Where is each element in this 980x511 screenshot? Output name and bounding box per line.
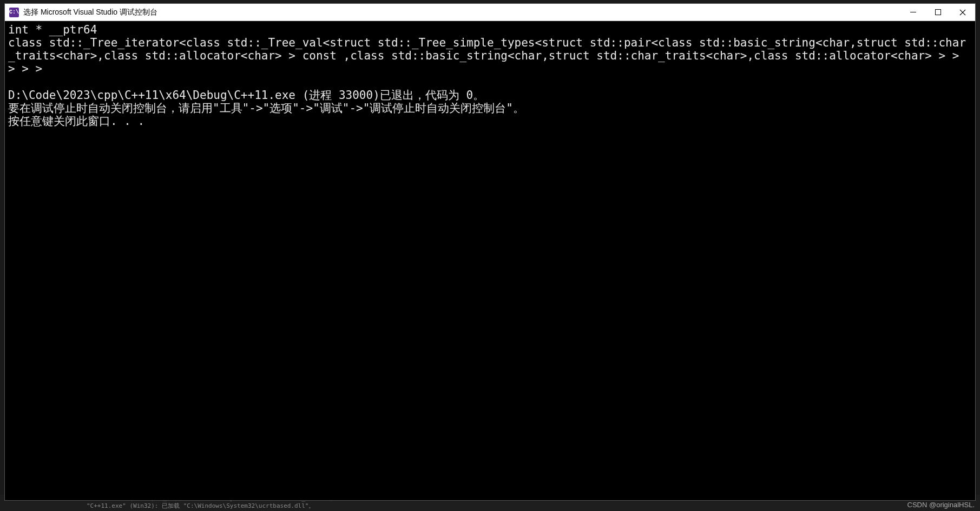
- titlebar[interactable]: C:\ 选择 Microsoft Visual Studio 调试控制台: [5, 4, 975, 21]
- close-icon: [959, 9, 966, 16]
- window-title: 选择 Microsoft Visual Studio 调试控制台: [23, 8, 157, 17]
- maximize-icon: [935, 9, 941, 15]
- close-button[interactable]: [950, 4, 975, 21]
- app-icon-text: C:\: [9, 9, 19, 15]
- console-output: int * __ptr64 class std::_Tree_iterator<…: [8, 23, 972, 128]
- minimize-icon: [910, 12, 916, 12]
- console-line-4: 要在调试停止时自动关闭控制台，请启用"工具"->"选项"->"调试"->"调试停…: [8, 102, 524, 115]
- app-icon: C:\: [9, 8, 19, 17]
- ide-output-line-2: "C++11.exe" (Win32): 已加载 "C:\Windows\Sys…: [87, 502, 980, 510]
- console-line-0: int * __ptr64: [8, 23, 97, 36]
- titlebar-left: C:\ 选择 Microsoft Visual Studio 调试控制台: [9, 8, 157, 17]
- console-line-1: class std::_Tree_iterator<class std::_Tr…: [8, 36, 966, 75]
- minimize-button[interactable]: [900, 4, 925, 21]
- maximize-button[interactable]: [925, 4, 950, 21]
- window-controls: [900, 4, 975, 21]
- console-line-3: D:\Code\2023\cpp\C++11\x64\Debug\C++11.e…: [8, 89, 484, 102]
- watermark: CSDN @originalHSL.: [907, 501, 975, 509]
- console-body[interactable]: int * __ptr64 class std::_Tree_iterator<…: [5, 21, 975, 500]
- console-window: C:\ 选择 Microsoft Visual Studio 调试控制台 int…: [4, 3, 976, 501]
- console-line-5: 按任意键关闭此窗口. . .: [8, 115, 144, 128]
